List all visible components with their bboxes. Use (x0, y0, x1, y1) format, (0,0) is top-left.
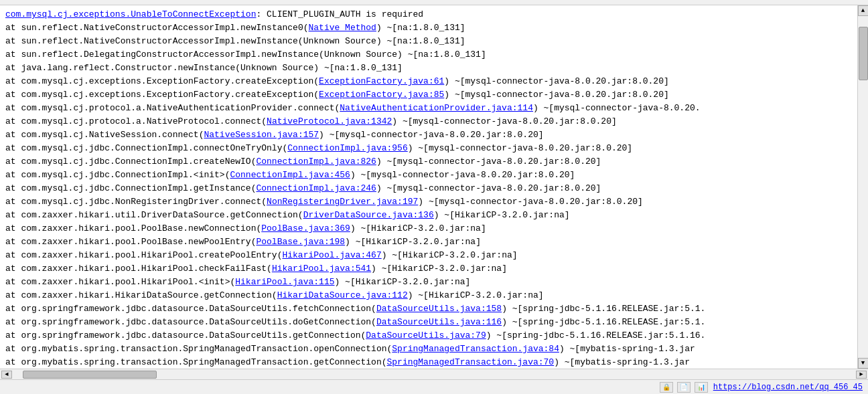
stack-link[interactable]: HikariPool.java:467 (282, 250, 381, 260)
stack-link[interactable]: NativeProtocol.java:1342 (267, 116, 392, 126)
horizontal-scrollbar[interactable]: ◄ ► (0, 369, 868, 379)
line-prefix: at com.zaxxer.hikari.pool.PoolBase.newCo… (5, 223, 261, 233)
line-prefix: at com.mysql.cj.jdbc.ConnectionImpl.getI… (5, 183, 256, 193)
stack-link[interactable]: NativeSession.java:157 (204, 130, 319, 140)
stack-link[interactable]: SpringManagedTransaction.java:84 (392, 344, 559, 354)
stack-line: at com.zaxxer.hikari.pool.PoolBase.newPo… (5, 235, 852, 249)
line-suffix: ) ~[mybatis-spring-1.3.jar (559, 344, 695, 354)
line-suffix: ) ~[spring-jdbc-5.1.16.RELEASE.jar:5.1. (502, 317, 705, 327)
stack-link[interactable]: NativeAuthenticationProvider.java:114 (340, 103, 533, 113)
stack-line: at sun.reflect.NativeConstructorAccessor… (5, 21, 852, 35)
line-prefix: at com.mysql.cj.jdbc.ConnectionImpl.crea… (5, 157, 256, 167)
stack-line: at com.mysql.cj.jdbc.ConnectionImpl.crea… (5, 155, 852, 169)
content-area: com.mysql.cj.exceptions.UnableToConnectE… (0, 5, 868, 369)
line-prefix: at com.zaxxer.hikari.pool.HikariPool.che… (5, 264, 272, 274)
stack-line: at com.zaxxer.hikari.pool.HikariPool.<in… (5, 276, 852, 289)
stack-line: at com.mysql.cj.jdbc.NonRegisteringDrive… (5, 195, 852, 209)
line-prefix: at org.mybatis.spring.transaction.Spring… (5, 357, 387, 367)
stack-line: at java.lang.reflect.Constructor.newInst… (5, 62, 852, 75)
stack-line: at sun.reflect.DelegatingConstructorAcce… (5, 48, 852, 62)
stack-line: at com.zaxxer.hikari.pool.HikariPool.cre… (5, 249, 852, 262)
h-scroll-left-arrow[interactable]: ◄ (1, 371, 12, 379)
line-prefix: at com.mysql.cj.NativeSession.connect( (5, 130, 204, 140)
stack-line: at com.mysql.cj.jdbc.ConnectionImpl.conn… (5, 142, 852, 155)
stack-link[interactable]: HikariPool.java:541 (272, 264, 371, 274)
line-suffix: ) ~[mysql-connector-java-8.0.20.jar:8.0.… (376, 157, 601, 167)
url-display[interactable]: https://blog.csdn.net/qq_456_45 (713, 383, 863, 392)
line-prefix: at com.mysql.cj.exceptions.ExceptionFact… (5, 90, 319, 100)
stack-link[interactable]: PoolBase.java:369 (261, 223, 350, 233)
stack-line: at com.zaxxer.hikari.HikariDataSource.ge… (5, 289, 852, 302)
bottom-bar: 🔒 📄 📊 https://blog.csdn.net/qq_456_45 (0, 379, 868, 394)
stack-line: at com.mysql.cj.protocol.a.NativeAuthent… (5, 102, 852, 115)
line-suffix: ) ~[spring-jdbc-5.1.16.RELEASE.jar:5.1. (502, 304, 705, 314)
line-prefix: at com.mysql.cj.protocol.a.NativeProtoco… (5, 116, 267, 126)
line-suffix: ) ~[HikariCP-3.2.0.jar:na] (371, 264, 507, 274)
stack-line: at com.zaxxer.hikari.util.DriverDataSour… (5, 209, 852, 222)
line-prefix: at com.mysql.cj.exceptions.ExceptionFact… (5, 76, 319, 86)
line-text: eflect.NativeConstructorAccessorImpl.new… (47, 23, 308, 33)
line-suffix: ) ~[HikariCP-3.2.0.jar:na] (434, 210, 570, 220)
line-suffix: ) ~[HikariCP-3.2.0.jar:na] (350, 223, 486, 233)
stack-link[interactable]: ConnectionImpl.java:826 (256, 157, 376, 167)
line-suffix: ) ~[na:1.8.0_131] (376, 23, 465, 33)
line-prefix: at com.zaxxer.hikari.util.DriverDataSour… (5, 210, 303, 220)
stack-link[interactable]: DataSourceUtils.java:158 (376, 304, 502, 314)
vertical-scrollbar[interactable]: ▲ ▼ (857, 5, 868, 369)
stack-line: at com.mysql.cj.NativeSession.connect(Na… (5, 128, 852, 142)
lock-icon: 🔒 (660, 382, 673, 393)
scroll-up-arrow[interactable]: ▲ (858, 5, 869, 16)
stack-link[interactable]: HikariPool.java:115 (235, 277, 334, 287)
line-suffix: ) ~[HikariCP-3.2.0.jar:na] (382, 250, 518, 260)
line-prefix: at org.springframework.jdbc.datasource.D… (5, 304, 376, 314)
line-prefix: at com.zaxxer.hikari.pool.HikariPool.cre… (5, 250, 282, 260)
stack-link[interactable]: NonRegisteringDriver.java:197 (267, 197, 418, 207)
line-suffix: ) ~[mysql-connector-java-8.0.20. (533, 103, 701, 113)
stack-link[interactable]: HikariDataSource.java:112 (277, 290, 408, 300)
line-prefix: at com.zaxxer.hikari.pool.PoolBase.newPo… (5, 237, 256, 247)
line-suffix: ) ~[mysql-connector-java-8.0.20.jar:8.0.… (408, 143, 632, 153)
stack-link[interactable]: ConnectionImpl.java:956 (287, 143, 407, 153)
line-prefix: at com.mysql.cj.jdbc.ConnectionImpl.conn… (5, 143, 287, 153)
stack-link[interactable]: DataSourceUtils.java:116 (376, 317, 502, 327)
stack-line: at org.springframework.jdbc.datasource.D… (5, 302, 852, 316)
line-suffix: ) ~[mysql-connector-java-8.0.20.jar:8.0.… (444, 76, 668, 86)
scroll-down-arrow[interactable]: ▼ (858, 358, 869, 369)
stack-link[interactable]: ExceptionFactory.java:61 (319, 76, 444, 86)
stack-link[interactable]: ExceptionFactory.java:85 (319, 90, 444, 100)
line-prefix: at org.mybatis.spring.transaction.Spring… (5, 344, 392, 354)
stack-link[interactable]: SpringManagedTransaction.java:70 (387, 357, 555, 367)
line-suffix: ) ~[mysql-connector-java-8.0.20.jar:8.0.… (376, 183, 601, 193)
line-suffix: ) ~[HikariCP-3.2.0.jar:na] (335, 277, 471, 287)
stack-line: at org.springframework.jdbc.datasource.D… (5, 316, 852, 329)
line-prefix: at org.springframework.jdbc.datasource.D… (5, 330, 366, 340)
line-prefix: at sun.r (5, 23, 47, 33)
stack-link[interactable]: Native Method (309, 23, 376, 33)
line-suffix: ) ~[mysql-connector-java-8.0.20.jar:8.0.… (418, 197, 642, 207)
stack-line: at com.mysql.cj.exceptions.ExceptionFact… (5, 75, 852, 88)
stack-trace: com.mysql.cj.exceptions.UnableToConnectE… (0, 5, 857, 369)
stack-line: at com.mysql.cj.jdbc.ConnectionImpl.<ini… (5, 169, 852, 182)
line-suffix: ) ~[HikariCP-3.2.0.jar:na] (408, 290, 544, 300)
h-scroll-right-arrow[interactable]: ► (856, 371, 867, 379)
stack-link[interactable]: DriverDataSource.java:136 (303, 210, 434, 220)
stack-link[interactable]: PoolBase.java:198 (256, 237, 345, 247)
line-suffix: ) ~[HikariCP-3.2.0.jar:na] (345, 237, 481, 247)
line-suffix: ) ~[mysql-connector-java-8.0.20.jar:8.0.… (319, 130, 543, 140)
page-icon: 📄 (677, 382, 691, 393)
stack-line: at org.mybatis.spring.transaction.Spring… (5, 342, 852, 356)
h-scroll-thumb[interactable] (23, 371, 157, 379)
top-bar (0, 0, 868, 5)
stack-link[interactable]: DataSourceUtils.java:79 (366, 330, 486, 340)
main-container: com.mysql.cj.exceptions.UnableToConnectE… (0, 0, 868, 394)
stack-link[interactable]: ConnectionImpl.java:246 (256, 183, 376, 193)
line-suffix: ) ~[mysql-connector-java-8.0.20.jar:8.0.… (392, 116, 616, 126)
line-prefix: at org.springframework.jdbc.datasource.D… (5, 317, 376, 327)
exception-class-link[interactable]: com.mysql.cj.exceptions.UnableToConnectE… (5, 9, 256, 19)
stack-line: at org.mybatis.spring.transaction.Spring… (5, 356, 852, 369)
stack-line: at com.zaxxer.hikari.pool.HikariPool.che… (5, 262, 852, 276)
stack-link[interactable]: ConnectionImpl.java:456 (230, 170, 350, 180)
scroll-thumb[interactable] (859, 27, 868, 80)
stack-line: at com.mysql.cj.exceptions.ExceptionFact… (5, 88, 852, 102)
line-prefix: at com.mysql.cj.jdbc.ConnectionImpl.<ini… (5, 170, 230, 180)
